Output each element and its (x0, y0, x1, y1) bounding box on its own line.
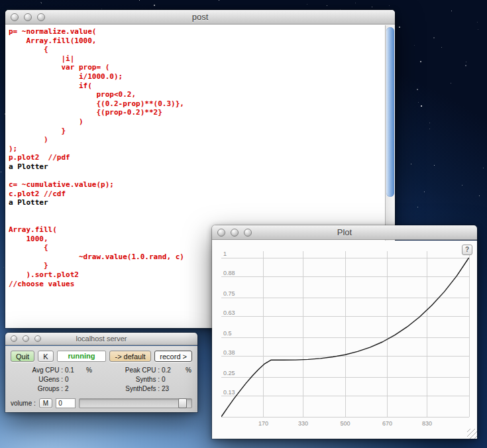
star (478, 29, 478, 30)
star (451, 83, 451, 84)
star (462, 185, 462, 186)
code-line (9, 207, 384, 217)
close-button[interactable] (217, 229, 225, 237)
star (101, 9, 102, 9)
star (429, 123, 430, 123)
star (420, 61, 421, 62)
code-line: if( (9, 82, 384, 91)
help-button[interactable]: ? (462, 245, 472, 255)
post-titlebar[interactable]: post (5, 10, 395, 25)
star (327, 5, 327, 6)
code-line: } (9, 127, 384, 136)
star (41, 3, 42, 3)
star (465, 65, 466, 66)
star (434, 165, 435, 166)
star (483, 168, 484, 168)
code-line: a Plotter (9, 162, 384, 172)
code-line: ) (9, 117, 384, 127)
code-line: Array.fill(1000, (9, 36, 384, 46)
code-line: { (9, 45, 384, 54)
svg-text:0.63: 0.63 (223, 309, 235, 316)
plot-window-title: Plot (337, 227, 352, 237)
star (424, 192, 425, 192)
server-button-row: Quit K running -> default record > (11, 351, 192, 362)
code-line (9, 216, 384, 225)
code-line (9, 172, 384, 181)
code-line: c= ~cumulative.value(p); (9, 180, 384, 190)
server-window-title: localhost server (76, 335, 127, 343)
code-line: i/1000.0); (9, 72, 384, 82)
volume-value-box[interactable]: 0 (56, 398, 76, 408)
svg-text:0.88: 0.88 (223, 270, 235, 276)
svg-text:170: 170 (258, 420, 268, 427)
zoom-button[interactable] (34, 335, 41, 342)
star (417, 89, 418, 90)
code-line: a Plotter (9, 198, 384, 207)
server-stats: Avg CPU :0.1%Peak CPU :0.2%UGens :0Synth… (11, 366, 192, 394)
svg-text:830: 830 (422, 420, 432, 427)
star (414, 45, 415, 46)
kill-button[interactable]: K (38, 351, 53, 362)
star (477, 22, 478, 23)
plot-resize-grip[interactable] (467, 429, 477, 439)
server-stat-row: Groups :2SynthDefs :23 (11, 384, 192, 394)
minimize-button[interactable] (231, 229, 239, 237)
record-button[interactable]: record > (154, 351, 192, 362)
code-line: |i| (9, 54, 384, 64)
window-controls (11, 333, 41, 345)
quit-button[interactable]: Quit (11, 351, 34, 362)
svg-text:0.38: 0.38 (223, 349, 235, 356)
mute-button[interactable]: M (39, 398, 52, 408)
code-line: p.plot2 //pdf (9, 153, 384, 162)
star (389, 5, 390, 6)
code-line: var prop= ( (9, 63, 384, 72)
window-controls (217, 225, 252, 239)
plot-titlebar[interactable]: Plot (212, 225, 477, 240)
star (466, 62, 466, 62)
star (411, 164, 411, 164)
svg-text:1: 1 (223, 251, 227, 257)
svg-text:500: 500 (340, 420, 350, 427)
code-line: {(0.2-prop)**(0.3)}, (9, 99, 384, 109)
volume-label: volume : (11, 400, 36, 407)
star (433, 37, 435, 38)
code-line: ); (9, 144, 384, 154)
minimize-button[interactable] (24, 13, 32, 21)
server-content: Quit K running -> default record > Avg C… (5, 346, 197, 412)
zoom-button[interactable] (37, 13, 45, 21)
svg-text:670: 670 (382, 420, 392, 427)
server-status-badge: running (57, 351, 107, 362)
star (1, 172, 1, 172)
code-line: {(prop-0.2)**2} (9, 108, 384, 117)
zoom-button[interactable] (244, 229, 252, 237)
star (451, 11, 452, 11)
default-button[interactable]: -> default (109, 351, 150, 362)
cdf-plot: 10.880.750.630.50.380.250.13170330500670… (221, 249, 473, 429)
star (372, 7, 372, 7)
star (139, 0, 140, 1)
server-stat-row: UGens :0Synths :0 (11, 375, 192, 384)
volume-slider[interactable] (79, 398, 192, 408)
post-window-title: post (192, 12, 209, 22)
star (355, 3, 356, 3)
code-line: ) (9, 135, 384, 144)
code-line: p= ~normalize.value( (9, 27, 384, 36)
server-titlebar[interactable]: localhost server (5, 333, 197, 345)
server-stat-row: Avg CPU :0.1%Peak CPU :0.2% (11, 366, 192, 375)
star (417, 207, 418, 207)
volume-slider-thumb[interactable] (178, 398, 187, 408)
svg-text:0.75: 0.75 (223, 290, 235, 297)
svg-text:0.5: 0.5 (223, 330, 232, 337)
svg-text:330: 330 (298, 420, 308, 427)
minimize-button[interactable] (23, 335, 29, 342)
plot-content: 10.880.750.630.50.380.250.13170330500670… (212, 241, 477, 439)
star (441, 47, 442, 48)
code-line: c.plot2 //cdf (9, 190, 384, 199)
star (219, 0, 219, 1)
scrollbar-thumb[interactable] (386, 27, 394, 197)
close-button[interactable] (11, 13, 19, 21)
svg-text:0.13: 0.13 (223, 389, 235, 396)
close-button[interactable] (11, 335, 17, 342)
volume-row: volume : M 0 (11, 398, 192, 408)
star (399, 27, 400, 28)
